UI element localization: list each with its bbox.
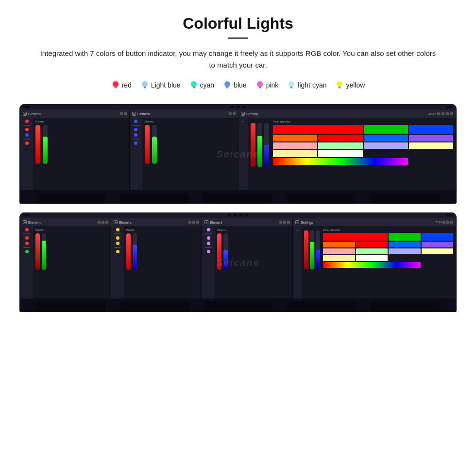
svg-rect-12 bbox=[226, 88, 228, 88]
svg-rect-21 bbox=[339, 88, 340, 88]
color-label-pink: pink bbox=[266, 81, 279, 89]
bulb-icon-lightcyan bbox=[287, 80, 296, 90]
page-title: Colorful Lights bbox=[19, 15, 457, 33]
b-screen-content-3: Panel li... bbox=[215, 226, 292, 299]
svg-point-4 bbox=[142, 81, 148, 87]
sliders-1 bbox=[35, 125, 127, 164]
slider-green-1 bbox=[43, 125, 48, 164]
screen-title-2: Element bbox=[137, 112, 150, 116]
b-left-bar-2 bbox=[111, 226, 124, 299]
bezel-notch-bl bbox=[23, 214, 30, 216]
b-screen-inner-3: Element bbox=[202, 218, 292, 299]
color-item-pink: pink bbox=[255, 80, 279, 90]
screen-body-3: ← bbox=[238, 118, 456, 190]
b-screen-title-4: Settings bbox=[301, 221, 313, 224]
svg-rect-8 bbox=[192, 87, 195, 88]
bulb-icon-yellow bbox=[335, 80, 344, 90]
b-screen-inner-2: Element bbox=[111, 218, 202, 299]
b-screen-body-3: Panel li... bbox=[202, 226, 292, 299]
panel-label: Panel light color bbox=[273, 120, 453, 123]
top-bezel-bottom bbox=[19, 212, 457, 218]
b-screen-body-1: Panel li... bbox=[20, 226, 111, 299]
sliders-2 bbox=[145, 125, 236, 164]
screen-content-2: Element bbox=[142, 118, 238, 190]
b-screen-title-3: Element bbox=[210, 221, 222, 224]
svg-rect-18 bbox=[290, 88, 292, 88]
bulb-icon-lightblue bbox=[140, 80, 149, 90]
svg-rect-11 bbox=[226, 87, 229, 88]
svg-point-10 bbox=[224, 81, 230, 87]
svg-rect-6 bbox=[144, 88, 146, 88]
b-home-icon-1 bbox=[23, 220, 27, 224]
b-screen-title-1: Element bbox=[28, 221, 41, 224]
svg-rect-20 bbox=[339, 87, 341, 88]
svg-point-16 bbox=[289, 81, 294, 87]
bezel-notch-br bbox=[446, 214, 453, 216]
color-item-yellow: yellow bbox=[335, 80, 365, 90]
b-screen-header-3: Element bbox=[202, 218, 292, 226]
screen-3: Settings 20:24 ← bbox=[238, 110, 456, 190]
bulb-icon-pink bbox=[255, 80, 264, 90]
svg-rect-2 bbox=[114, 87, 117, 88]
b-screen-inner-1: Element bbox=[20, 218, 111, 299]
screen-icons-1 bbox=[120, 112, 127, 115]
b-screen-body-4: ← bbox=[293, 226, 456, 299]
bezel-notch-left bbox=[23, 106, 30, 108]
slider-red-1 bbox=[35, 125, 40, 164]
screens-row-top: Element bbox=[19, 110, 457, 190]
screen-inner-3: Settings 20:24 ← bbox=[238, 110, 456, 190]
home-icon-1 bbox=[23, 112, 27, 116]
screen-icons-2 bbox=[229, 112, 236, 115]
left-bar-1 bbox=[20, 118, 33, 190]
svg-rect-9 bbox=[193, 88, 195, 88]
svg-point-1 bbox=[113, 81, 119, 87]
color-item-cyan: cyan bbox=[189, 80, 215, 90]
color-label-lightcyan: light cyan bbox=[298, 81, 326, 89]
device-unit-bottom: Element bbox=[19, 212, 457, 312]
top-bezel bbox=[19, 104, 457, 110]
color-label-cyan: cyan bbox=[200, 81, 215, 89]
screen-content-3: Panel light color bbox=[248, 118, 456, 190]
screen-header-3: Settings 20:24 bbox=[238, 110, 456, 118]
bezel-notch-right bbox=[446, 106, 453, 108]
color-label-red: red bbox=[122, 81, 132, 89]
b-screen-4: Settings 20:24 ← bbox=[293, 218, 456, 299]
b-screen-1: Element bbox=[20, 218, 111, 299]
screen-inner-2: Element bbox=[130, 110, 238, 190]
screen-content-1: Element bbox=[33, 118, 129, 190]
svg-rect-17 bbox=[290, 87, 293, 88]
bulb-icon-red bbox=[111, 80, 120, 90]
color-item-blue: blue bbox=[223, 80, 246, 90]
screen-icons-3: 20:24 bbox=[428, 112, 453, 115]
left-bar-3: ← bbox=[238, 118, 248, 190]
svg-rect-5 bbox=[143, 87, 146, 88]
color-list: red Light blue cyan bbox=[19, 80, 457, 90]
b-home-icon-3 bbox=[204, 220, 208, 224]
color-label-lightblue: Light blue bbox=[151, 81, 181, 89]
b-left-bar-3 bbox=[202, 226, 215, 299]
top-device-section: Element bbox=[19, 104, 457, 204]
color-item-lightblue: Light blue bbox=[140, 80, 181, 90]
svg-rect-15 bbox=[259, 88, 261, 88]
b-screen-inner-4: Settings 20:24 ← bbox=[293, 218, 456, 299]
left-bar-2 bbox=[130, 118, 142, 190]
bulb-icon-blue bbox=[223, 80, 232, 90]
b-screen-2: Element bbox=[111, 218, 202, 299]
bottom-device-section: Element bbox=[19, 212, 457, 312]
b-screen-header-2: Element bbox=[111, 218, 202, 226]
screen-header-1: Element bbox=[20, 110, 129, 118]
bulb-icon-cyan bbox=[189, 80, 198, 90]
b-screen-3: Element bbox=[202, 218, 292, 299]
screen-header-2: Element bbox=[130, 110, 238, 118]
bottom-mount-top bbox=[19, 190, 457, 204]
home-icon-3 bbox=[241, 112, 245, 116]
screen-title-3: Settings bbox=[246, 112, 258, 116]
b-screen-content-1: Panel li... bbox=[33, 226, 111, 299]
b-screen-content-4: Panel light color bbox=[302, 226, 456, 299]
color-item-lightcyan: light cyan bbox=[287, 80, 326, 90]
color-label-yellow: yellow bbox=[346, 81, 365, 89]
svg-rect-14 bbox=[258, 87, 261, 88]
screen-body-1: Element bbox=[20, 118, 129, 190]
slider-g2 bbox=[152, 125, 157, 164]
svg-point-7 bbox=[191, 81, 197, 87]
